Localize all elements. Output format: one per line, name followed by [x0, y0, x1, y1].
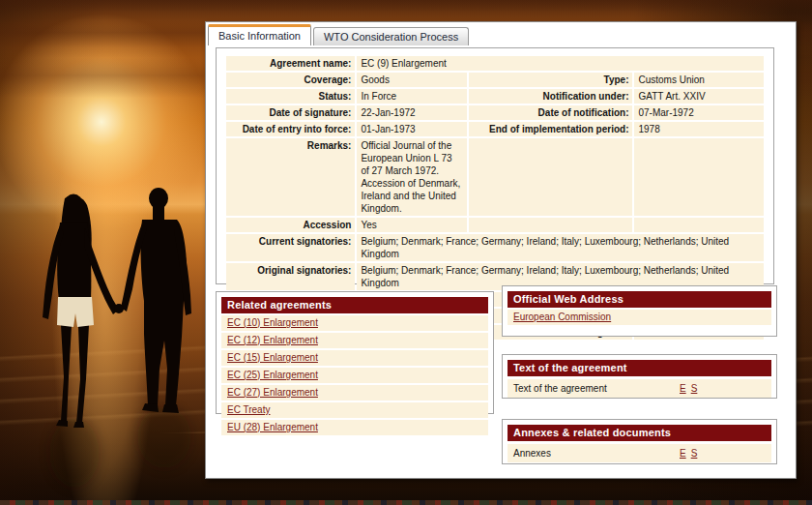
field-value: Yes [357, 218, 466, 232]
field-value: Belgium; Denmark; France; Germany; Irela… [357, 234, 764, 261]
related-agreement-link[interactable]: EU (28) Enlargement [227, 422, 318, 432]
field-label: Coverage: [226, 73, 355, 87]
photo-bottom-artifact-strip [0, 500, 812, 505]
text-of-agreement-panel: Text of the agreement Text of the agreem… [502, 354, 777, 399]
field-value: 01-Jan-1973 [357, 122, 466, 136]
doc-language-links: ES [680, 448, 702, 459]
field-value: EC (9) Enlargement [357, 56, 764, 71]
field-label: Status: [226, 89, 355, 104]
table-row: Current signatories:Belgium; Denmark; Fr… [226, 234, 764, 261]
field-label: Accession [226, 218, 355, 232]
table-row: Status:In ForceNotification under:GATT A… [226, 89, 764, 104]
field-value [634, 218, 764, 232]
field-label: Type: [469, 73, 633, 87]
screen: { "window": { "title_tabs_note": "RTA da… [0, 0, 812, 505]
table-row: Coverage:GoodsType:Customs Union [226, 73, 764, 87]
european-commission-link[interactable]: European Commission [513, 312, 611, 322]
related-agreement-row: EC (15) Enlargement [221, 350, 488, 366]
field-value: Goods [357, 73, 466, 87]
text-of-agreement-header: Text of the agreement [508, 360, 771, 376]
field-value: 22-Jan-1972 [357, 105, 466, 120]
annexes-row: Annexes ES [508, 444, 771, 462]
field-label: Date of entry into force: [226, 122, 355, 136]
field-value: GATT Art. XXIV [634, 89, 764, 104]
doc-link-s[interactable]: S [691, 383, 698, 394]
table-row: AccessionYes [226, 218, 764, 232]
annexes-panel: Annexes & related documents Annexes ES [502, 419, 777, 464]
related-agreement-link[interactable]: EC Treaty [227, 404, 270, 415]
table-row: Date of signature:22-Jan-1972Date of not… [226, 105, 764, 120]
related-agreement-row: EC Treaty [221, 402, 488, 418]
related-agreement-link[interactable]: EC (10) Enlargement [227, 317, 318, 328]
field-value [634, 138, 764, 216]
related-agreements-header: Related agreements [221, 297, 488, 313]
related-agreements-panel: Related agreements EC (10) EnlargementEC… [216, 291, 494, 414]
field-label [469, 218, 633, 232]
field-label: Current signatories: [226, 234, 355, 261]
field-value: Customs Union [634, 73, 764, 87]
field-label: Date of notification: [469, 105, 633, 120]
official-web-address-row: European Commission [508, 310, 771, 325]
field-label: End of implementation period: [469, 122, 633, 136]
field-value: In Force [357, 89, 466, 104]
related-agreements-list: EC (10) EnlargementEC (12) EnlargementEC… [221, 315, 488, 435]
field-value: 07-Mar-1972 [634, 105, 764, 120]
rta-details-panel: Basic Information WTO Consideration Proc… [205, 21, 797, 479]
field-label: Agreement name: [226, 56, 355, 71]
related-agreement-link[interactable]: EC (25) Enlargement [227, 370, 318, 380]
table-row: Remarks:Official Journal of the European… [226, 138, 764, 216]
basic-information-box: Agreement name:EC (9) EnlargementCoverag… [216, 47, 774, 284]
official-web-address-panel: Official Web Address European Commission [502, 285, 777, 337]
related-agreement-link[interactable]: EC (12) Enlargement [227, 335, 318, 345]
doc-link-e[interactable]: E [680, 448, 686, 459]
field-label: Remarks: [226, 138, 355, 216]
doc-link-e[interactable]: E [680, 383, 686, 394]
text-of-agreement-row: Text of the agreement ES [508, 379, 771, 398]
related-agreement-row: EC (10) Enlargement [221, 315, 488, 331]
white-shorts-highlight [57, 297, 94, 327]
table-row: Date of entry into force:01-Jan-1973End … [226, 122, 764, 136]
related-agreement-row: EU (28) Enlargement [221, 420, 488, 435]
doc-row-label: Annexes [513, 448, 680, 459]
related-agreement-row: EC (27) Enlargement [221, 385, 488, 401]
related-agreement-link[interactable]: EC (27) Enlargement [227, 387, 318, 398]
field-value: Official Journal of the European Union L… [357, 138, 466, 216]
tab-basic-information[interactable]: Basic Information [208, 24, 311, 45]
related-agreement-row: EC (12) Enlargement [221, 333, 488, 348]
related-agreement-link[interactable]: EC (15) Enlargement [227, 352, 318, 363]
tabstrip: Basic Information WTO Consideration Proc… [208, 24, 469, 45]
official-web-address-header: Official Web Address [508, 291, 771, 308]
field-label [469, 138, 633, 216]
tab-wto-consideration-process[interactable]: WTO Consideration Process [313, 27, 469, 45]
field-label: Notification under: [469, 89, 633, 104]
related-agreement-row: EC (25) Enlargement [221, 368, 488, 383]
table-row: Agreement name:EC (9) Enlargement [226, 56, 764, 71]
field-value: 1978 [634, 122, 764, 136]
doc-row-label: Text of the agreement [513, 383, 680, 394]
doc-link-s[interactable]: S [691, 448, 698, 459]
annexes-header: Annexes & related documents [508, 425, 771, 441]
doc-language-links: ES [680, 383, 702, 394]
field-label: Date of signature: [226, 105, 355, 120]
field-label: Original signatories: [226, 263, 355, 290]
